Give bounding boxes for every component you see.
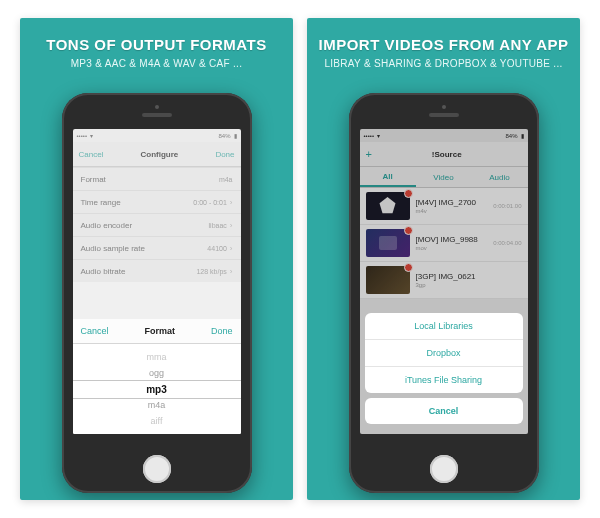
settings-row-sample-rate[interactable]: Audio sample rate 44100› [73,236,241,259]
format-picker-sheet: Cancel Format Done mma ogg mp3 m4a aiff [73,319,241,434]
chevron-right-icon: › [230,244,233,253]
promo-card-formats: TONS OF OUTPUT FORMATS MP3 & AAC & M4A &… [20,18,293,500]
item-title: [M4V] IMG_2700 [416,198,488,207]
video-thumbnail [366,192,410,220]
import-action-sheet: Local Libraries Dropbox iTunes File Shar… [360,308,528,434]
settings-row-format[interactable]: Format m4a [73,167,241,190]
status-bar: •••••▾ 84%▮ [360,129,528,142]
item-title: [3GP] IMG_0621 [416,272,516,281]
picker-option[interactable]: m4a [148,397,166,413]
picker-title: Format [144,326,175,336]
nav-title: Configure [141,150,179,159]
item-duration: 0:00:01.00 [493,203,521,209]
chevron-right-icon: › [230,267,233,276]
action-local-libraries[interactable]: Local Libraries [365,313,523,339]
nav-title: !Source [432,150,462,159]
picker-option[interactable]: aiff [151,413,163,429]
settings-row-time-range[interactable]: Time range 0:00 - 0:01› [73,190,241,213]
list-item[interactable]: [MOV] IMG_9988 mov 0:00:04.00 [360,225,528,262]
settings-row-audio-encoder[interactable]: Audio encoder libaac› [73,213,241,236]
chevron-right-icon: › [230,221,233,230]
card-title: TONS OF OUTPUT FORMATS [46,36,266,53]
home-button[interactable] [143,455,171,483]
item-subtitle: mov [416,245,488,251]
badge-icon [404,189,413,198]
item-subtitle: m4v [416,208,488,214]
picker-cancel-button[interactable]: Cancel [81,326,109,336]
picker-done-button[interactable]: Done [211,326,233,336]
chevron-right-icon: › [230,198,233,207]
nav-bar: Cancel Configure Done [73,142,241,167]
settings-row-bitrate[interactable]: Audio bitrate 128 kb/ps› [73,259,241,282]
status-bar: •••••▾ 84%▮ [73,129,241,142]
picker-wheel[interactable]: mma ogg mp3 m4a aiff [73,344,241,434]
card-title: IMPORT VIDEOS FROM ANY APP [319,36,569,53]
nav-bar: + !Source [360,142,528,167]
action-itunes-file-sharing[interactable]: iTunes File Sharing [365,366,523,393]
picker-option-selected[interactable]: mp3 [146,381,167,397]
picker-option[interactable]: ogg [149,365,164,381]
card-subtitle: LIBRAY & SHARING & DROPBOX & YOUTUBE ... [324,58,562,69]
source-tabs: All Video Audio [360,167,528,188]
nav-cancel-button[interactable]: Cancel [79,150,104,159]
video-list: [M4V] IMG_2700 m4v 0:00:01.00 [MOV] IMG_… [360,188,528,299]
item-duration: 0:00:04.00 [493,240,521,246]
phone-screen-right: •••••▾ 84%▮ + !Source All Video Audio [M… [360,129,528,434]
add-button[interactable]: + [366,149,372,160]
nav-done-button[interactable]: Done [215,150,234,159]
badge-icon [404,226,413,235]
list-item[interactable]: [M4V] IMG_2700 m4v 0:00:01.00 [360,188,528,225]
item-title: [MOV] IMG_9988 [416,235,488,244]
home-button[interactable] [430,455,458,483]
promo-card-import: IMPORT VIDEOS FROM ANY APP LIBRAY & SHAR… [307,18,580,500]
tab-all[interactable]: All [360,167,416,187]
video-thumbnail [366,229,410,257]
wifi-icon: ▾ [377,132,380,139]
list-item[interactable]: [3GP] IMG_0621 3gp [360,262,528,299]
wifi-icon: ▾ [90,132,93,139]
tab-audio[interactable]: Audio [472,167,528,187]
phone-screen-left: •••••▾ 84%▮ Cancel Configure Done Format… [73,129,241,434]
card-subtitle: MP3 & AAC & M4A & WAV & CAF ... [71,58,243,69]
action-cancel-button[interactable]: Cancel [365,398,523,424]
phone-mock-left: •••••▾ 84%▮ Cancel Configure Done Format… [62,93,252,493]
video-thumbnail [366,266,410,294]
action-dropbox[interactable]: Dropbox [365,339,523,366]
picker-option[interactable]: mma [147,349,167,365]
tab-video[interactable]: Video [416,167,472,187]
item-subtitle: 3gp [416,282,516,288]
badge-icon [404,263,413,272]
settings-list: Format m4a Time range 0:00 - 0:01› Audio… [73,167,241,282]
phone-mock-right: •••••▾ 84%▮ + !Source All Video Audio [M… [349,93,539,493]
